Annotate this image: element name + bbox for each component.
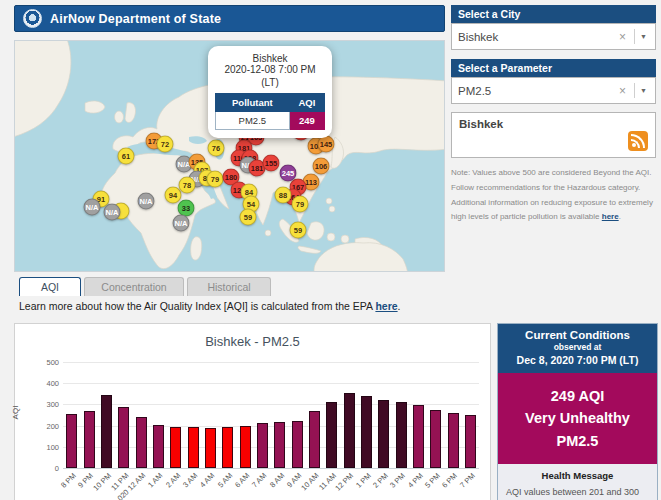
- aqi-bar[interactable]: [344, 393, 355, 468]
- map-marker[interactable]: 155: [263, 155, 280, 172]
- aqi-bar[interactable]: [222, 427, 233, 468]
- aqi-value: 249 AQI: [502, 385, 653, 407]
- chevron-down-icon[interactable]: ▼: [638, 33, 649, 40]
- map-marker[interactable]: 76: [208, 140, 225, 157]
- aqi-bar[interactable]: [465, 415, 476, 468]
- aqi-bar[interactable]: [309, 411, 320, 468]
- x-tick-label: 4 PM: [406, 471, 425, 490]
- gridline: [63, 362, 479, 363]
- current-conditions-title: Current Conditions: [502, 329, 653, 341]
- popup-table: Pollutant AQI PM2.5 249: [215, 93, 325, 130]
- observed-datetime: Dec 8, 2020 7:00 PM (LT): [502, 354, 653, 366]
- x-tick-label: 5 PM: [423, 471, 442, 490]
- chart-plot-area: 01002003004005008 PM9 PM10 PM11 PM020 12…: [63, 362, 479, 468]
- x-tick-label: 3 PM: [389, 471, 408, 490]
- note-suffix: .: [619, 212, 621, 221]
- aqi-bar[interactable]: [101, 395, 112, 468]
- city-select-value: Bishkek: [458, 31, 614, 43]
- aqi-bar[interactable]: [188, 427, 199, 468]
- parameter-select[interactable]: PM2.5 × ▼: [451, 77, 656, 104]
- aqi-bar[interactable]: [84, 411, 95, 468]
- aqi-bar[interactable]: [448, 413, 459, 468]
- tab-concentration[interactable]: Concentration: [84, 277, 184, 296]
- popup-datetime: 2020-12-08 7:00 PM: [215, 64, 325, 77]
- aqi-bar[interactable]: [257, 423, 268, 468]
- feed-city-label: Bishkek: [459, 118, 648, 130]
- x-tick-label: 12 PM: [334, 471, 356, 493]
- map-marker[interactable]: N/A: [173, 215, 190, 232]
- x-tick-label: 4 AM: [198, 471, 216, 489]
- map-marker[interactable]: 79: [292, 196, 309, 213]
- health-message-title: Health Message: [506, 470, 649, 481]
- aqi-bar[interactable]: [326, 402, 337, 468]
- epa-here-link[interactable]: here: [375, 300, 397, 312]
- clear-icon[interactable]: ×: [614, 84, 631, 98]
- y-tick-label: 400: [46, 379, 59, 388]
- y-tick-label: 100: [46, 442, 59, 451]
- aqi-bar[interactable]: [413, 405, 424, 468]
- aqi-bar[interactable]: [430, 410, 441, 468]
- aqi-bar[interactable]: [292, 421, 303, 468]
- aqi-bar[interactable]: [118, 407, 129, 468]
- map-marker[interactable]: N/A: [84, 199, 101, 216]
- map-marker[interactable]: 79: [207, 171, 224, 188]
- aqi-world-map[interactable]: 611727291N/AN/AN/A9433N/AN/A135107N/A807…: [14, 40, 445, 272]
- map-marker[interactable]: 78: [179, 177, 196, 194]
- learn-more-suffix: .: [398, 300, 401, 312]
- map-marker[interactable]: 245: [280, 165, 297, 182]
- x-tick-label: 6 PM: [441, 471, 460, 490]
- select-divider: [634, 29, 635, 44]
- map-marker[interactable]: 59: [240, 209, 257, 226]
- map-marker[interactable]: 145: [318, 136, 335, 153]
- select-city-header: Select a City: [451, 5, 656, 23]
- tab-aqi[interactable]: AQI: [19, 277, 81, 296]
- chevron-down-icon[interactable]: ▼: [638, 87, 649, 94]
- chart-title: Bishkek - PM2.5: [15, 334, 490, 349]
- x-tick-label: 7 PM: [458, 471, 477, 490]
- map-marker[interactable]: 88: [275, 187, 292, 204]
- x-tick-label: 3 AM: [181, 471, 199, 489]
- aqi-chart-panel: Bishkek - PM2.5 AQI 01002003004005008 PM…: [14, 323, 491, 500]
- y-tick-label: 500: [46, 358, 59, 367]
- popup-aqi-header: AQI: [289, 94, 324, 112]
- health-message-text: AQI values between 201 and 300 trigger a…: [506, 485, 649, 500]
- tab-historical[interactable]: Historical: [187, 277, 271, 296]
- map-marker[interactable]: 72: [157, 136, 174, 153]
- x-tick-label: 2 AM: [164, 471, 182, 489]
- aqi-bar[interactable]: [361, 396, 372, 468]
- popup-pollutant-header: Pollutant: [216, 94, 290, 112]
- select-divider: [634, 83, 635, 98]
- x-tick-label: 7 AM: [250, 471, 268, 489]
- map-marker[interactable]: 59: [290, 222, 307, 239]
- aqi-bar[interactable]: [378, 400, 389, 468]
- popup-city: Bishkek: [215, 53, 325, 64]
- popup-aqi-value: 249: [289, 112, 324, 130]
- learn-more-text: Learn more about how the Air Quality Ind…: [19, 300, 401, 312]
- aqi-bar[interactable]: [205, 428, 216, 468]
- aqi-bar[interactable]: [396, 402, 407, 468]
- aqi-bar[interactable]: [240, 426, 251, 468]
- city-select[interactable]: Bishkek × ▼: [451, 23, 656, 50]
- x-tick-label: 8 PM: [59, 471, 78, 490]
- popup-lt: (LT): [215, 77, 325, 90]
- map-marker[interactable]: 106: [313, 158, 330, 175]
- map-marker[interactable]: 61: [118, 148, 135, 165]
- y-tick-label: 300: [46, 400, 59, 409]
- aqi-bar[interactable]: [170, 427, 181, 468]
- note-here-link[interactable]: here: [602, 212, 619, 221]
- map-popup: Bishkek 2020-12-08 7:00 PM (LT) Pollutan…: [208, 46, 332, 138]
- clear-icon[interactable]: ×: [614, 30, 631, 44]
- x-tick-label: 10 PM: [91, 471, 113, 493]
- map-marker[interactable]: N/A: [138, 193, 155, 210]
- aqi-bar[interactable]: [136, 417, 147, 468]
- beyond-aqi-note: Note: Values above 500 are considered Be…: [451, 166, 658, 225]
- aqi-bar[interactable]: [274, 422, 285, 468]
- current-conditions-panel: Current Conditions observed at Dec 8, 20…: [497, 323, 658, 500]
- parameter-select-value: PM2.5: [458, 85, 614, 97]
- app-header: AirNow Department of State: [14, 5, 445, 32]
- aqi-bar[interactable]: [66, 414, 77, 468]
- rss-icon[interactable]: [628, 131, 648, 151]
- x-tick-label: 1 AM: [146, 471, 164, 489]
- aqi-bar[interactable]: [153, 425, 164, 468]
- map-marker[interactable]: N/A: [104, 204, 121, 221]
